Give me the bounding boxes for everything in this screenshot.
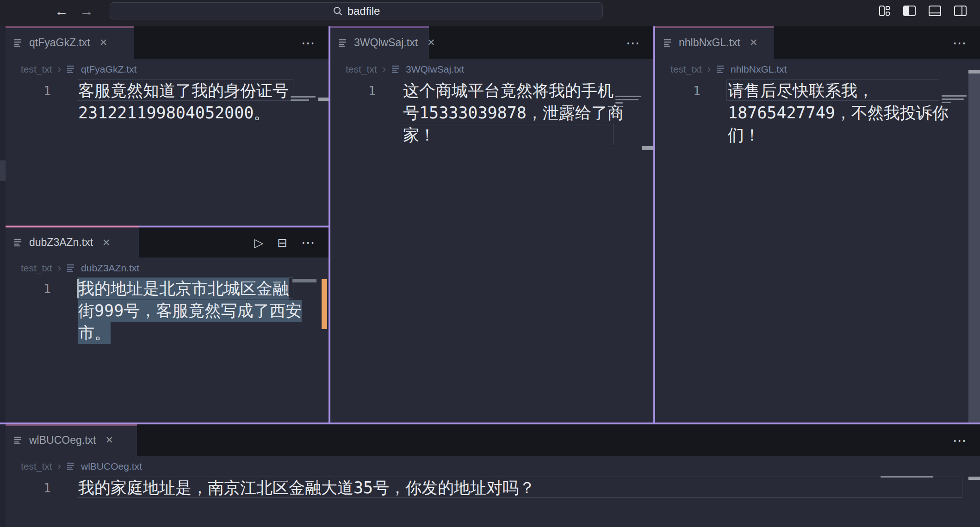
code-text: 请售后尽快联系我， [728,80,874,102]
code-row[interactable]: 1 我的家庭地址是，南京江北区金融大道35号，你发的地址对吗？ [6,477,980,499]
tab-nhlbNxGL[interactable]: nhlbNxGL.txt ✕ [655,26,774,59]
code-text: 号15333039878，泄露给了商 [403,102,624,124]
close-icon[interactable]: ✕ [750,37,758,48]
breadcrumb-file[interactable]: dubZ3AZn.txt [81,263,139,274]
tab-bar: nhlbNxGL.txt ✕ ⋯ [655,26,980,59]
line-number: 1 [6,481,51,495]
more-actions-icon[interactable]: ⋯ [626,35,641,51]
editor-group-wlBUCOeg: wlBUCOeg.txt ✕ ⋯ test_txt › wlBUCOeg.txt… [6,424,980,527]
code-row[interactable]: 市。 [6,322,329,344]
code-row[interactable]: 1 我的地址是北京市北城区金融 [6,277,329,300]
editor-content[interactable]: 1 这个商城平台竟然将我的手机 号15333039878，泄露给了商 家！ [330,80,653,146]
breadcrumb-folder[interactable]: test_txt [21,461,52,472]
tab-bar: dubZ3AZn.txt ✕ ▷ ⊟ ⋯ [6,227,329,257]
more-actions-icon[interactable]: ⋯ [301,35,316,51]
minimap[interactable] [942,98,964,100]
selected-text: 街999号，客服竟然写成了西安 [78,300,302,322]
scrollbar-slider[interactable] [968,477,980,480]
code-text: 18765427749，不然我投诉你 [728,102,949,124]
scrollbar-track[interactable] [968,74,980,423]
more-actions-icon[interactable]: ⋯ [953,432,968,448]
more-actions-icon[interactable]: ⋯ [953,35,968,51]
text-file-icon [67,65,75,73]
minimap[interactable] [615,99,639,100]
minimap[interactable] [615,96,641,97]
minimap[interactable] [942,102,951,103]
code-row[interactable]: 1 这个商城平台竟然将我的手机 [330,80,653,102]
minimap[interactable] [291,99,309,101]
chevron-right-icon: › [707,63,711,75]
editor-group-qtFyaGkZ: qtFyaGkZ.txt ✕ ⋯ test_txt › qtFyaGkZ.txt… [6,26,329,226]
breadcrumb-folder[interactable]: test_txt [21,64,52,75]
close-icon[interactable]: ✕ [105,435,113,446]
text-file-icon [391,65,400,73]
code-row[interactable]: 1 客服竟然知道了我的身份证号 [6,80,329,102]
tab-dubZ3AZn[interactable]: dubZ3AZn.txt ✕ [6,227,139,257]
active-tab-top-border [6,424,137,426]
code-row[interactable]: 231221199804052000。 [6,102,329,124]
code-row[interactable]: 1 请售后尽快联系我， [655,80,980,102]
close-icon[interactable]: ✕ [99,37,108,48]
breadcrumb-file[interactable]: 3WQlwSaj.txt [406,64,464,75]
editor-content[interactable]: 1 我的家庭地址是，南京江北区金融大道35号，你发的地址对吗？ [6,477,980,499]
code-text: 客服竟然知道了我的身份证号 [78,80,289,102]
minimap[interactable] [942,95,967,97]
editor-content[interactable]: 1 请售后尽快联系我， 18765427749，不然我投诉你 们！ [655,80,980,146]
more-actions-icon[interactable]: ⋯ [301,234,316,251]
chevron-right-icon: › [58,262,61,274]
toggle-left-sidebar-icon[interactable] [903,5,916,17]
breadcrumb-folder[interactable]: test_txt [21,263,52,274]
editor-content[interactable]: 1 客服竟然知道了我的身份证号 231221199804052000。 [6,80,329,124]
line-number: 1 [655,84,701,98]
breadcrumb-file[interactable]: qtFyaGkZ.txt [81,64,136,75]
command-center-search[interactable]: badfile [110,2,603,19]
title-bar: ← → badfile [0,0,980,26]
customize-layout-icon[interactable] [878,5,891,17]
scrollbar-slider[interactable] [318,98,329,101]
rail-drag-handle[interactable] [0,160,6,181]
code-row[interactable]: 家！ [330,124,653,146]
minimap[interactable] [292,279,316,282]
code-row[interactable]: 街999号，客服竟然写成了西安 [6,300,329,322]
tab-wlBUCOeg[interactable]: wlBUCOeg.txt ✕ [6,424,137,456]
selected-text: 市。 [78,322,111,344]
close-icon[interactable]: ✕ [427,37,435,48]
toggle-panel-icon[interactable] [928,5,942,17]
breadcrumb: test_txt › 3WQlwSaj.txt [330,59,653,80]
overview-ruler-selection [322,279,327,329]
text-file-icon [14,436,23,444]
active-tab-top-border [330,26,429,28]
split-editor-icon[interactable]: ⊟ [277,237,287,249]
forward-arrow-icon[interactable]: → [80,4,93,18]
scrollbar-slider[interactable] [968,70,980,74]
editor-group-nhlbNxGL: nhlbNxGL.txt ✕ ⋯ test_txt › nhlbNxGL.txt… [655,26,980,423]
chevron-right-icon: › [58,460,61,472]
tab-qtFyaGkZ[interactable]: qtFyaGkZ.txt ✕ [6,26,134,59]
code-row[interactable]: 号15333039878，泄露给了商 [330,102,653,124]
code-row[interactable]: 18765427749，不然我投诉你 [655,102,980,124]
tab-label: 3WQlwSaj.txt [354,37,418,49]
tab-label: qtFyaGkZ.txt [29,37,90,49]
line-number: 1 [6,84,51,98]
editor-content[interactable]: 1 我的地址是北京市北城区金融 街999号，客服竟然写成了西安 市。 [6,277,329,344]
chevron-right-icon: › [383,63,386,75]
close-icon[interactable]: ✕ [102,237,111,248]
code-text: 我的家庭地址是，南京江北区金融大道35号，你发的地址对吗？ [78,477,535,499]
minimap[interactable] [615,102,623,104]
breadcrumb-folder[interactable]: test_txt [346,64,377,75]
code-row[interactable]: 们！ [655,124,980,146]
tab-3WQlwSaj[interactable]: 3WQlwSaj.txt ✕ [330,26,429,59]
run-file-icon[interactable]: ▷ [254,237,263,249]
code-text: 231221199804052000。 [78,102,270,124]
toggle-right-sidebar-icon[interactable] [954,5,967,17]
breadcrumb-file[interactable]: wlBUCOeg.txt [81,461,142,472]
breadcrumb-file[interactable]: nhlbNxGL.txt [731,64,787,75]
minimap[interactable] [291,96,316,98]
scrollbar-slider[interactable] [642,146,653,150]
breadcrumb: test_txt › qtFyaGkZ.txt [6,59,329,80]
minimap[interactable] [881,476,933,478]
breadcrumb-folder[interactable]: test_txt [670,64,702,75]
back-arrow-icon[interactable]: ← [55,4,68,18]
breadcrumb: test_txt › nhlbNxGL.txt [655,59,980,80]
tab-bar: qtFyaGkZ.txt ✕ ⋯ [6,26,329,59]
